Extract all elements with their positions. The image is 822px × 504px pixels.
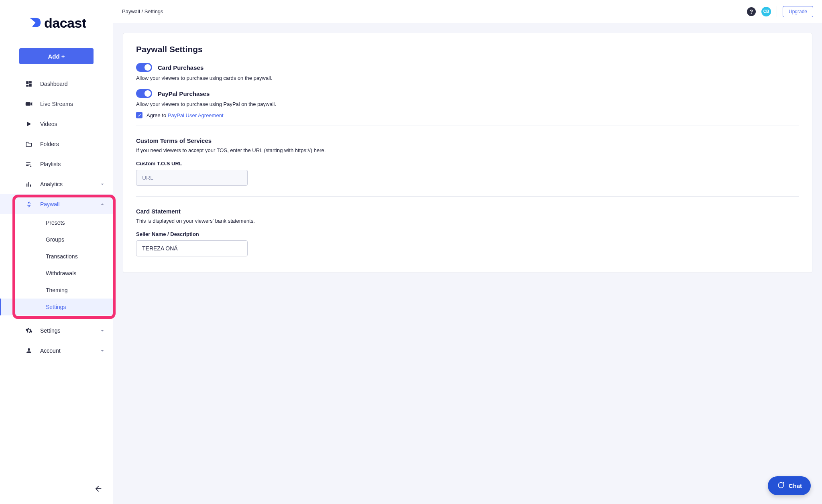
collapse-sidebar-button[interactable] [94,484,103,494]
logo-text: dacast [44,15,86,31]
playlist-icon [25,160,33,168]
sidebar-item-paywall[interactable]: Paywall [0,194,113,214]
divider [136,126,799,126]
sidebar-item-settings[interactable]: Settings [0,321,113,341]
chevron-up-icon [99,201,106,207]
chat-icon [777,481,785,490]
divider [136,196,799,197]
card-purchases-toggle[interactable] [136,63,152,72]
gear-icon [25,327,33,335]
chevron-down-icon [99,327,106,334]
logo-mark-icon [28,16,42,30]
card-purchases-desc: Allow your viewers to purchase using car… [136,75,799,81]
main: Paywall / Settings ? CB Upgrade Paywall … [113,0,822,504]
divider [0,318,113,318]
subnav-presets[interactable]: Presets [0,214,113,231]
paypal-agree-text: Agree to PayPal User Agreement [146,112,224,118]
settings-card: Paywall Settings Card Purchases Allow yo… [123,33,812,273]
tos-title: Custom Terms of Services [136,137,799,144]
video-cam-icon [25,100,33,108]
sidebar-item-folders[interactable]: Folders [0,134,113,154]
paypal-purchases-label: PayPal Purchases [158,90,210,97]
subnav-settings[interactable]: Settings [0,299,113,315]
card-purchases-label: Card Purchases [158,64,203,71]
avatar[interactable]: CB [761,7,771,16]
paywall-subnav: Presets Groups Transactions Withdrawals … [0,214,113,315]
play-icon [25,120,33,128]
sidebar-item-dashboard[interactable]: Dashboard [0,74,113,94]
topbar: Paywall / Settings ? CB Upgrade [113,0,822,23]
dashboard-icon [25,80,33,88]
chat-button[interactable]: Chat [768,476,811,495]
seller-name-input[interactable] [136,240,248,256]
statement-desc: This is displayed on your viewers' bank … [136,218,799,224]
chevron-down-icon [99,181,106,187]
statement-title: Card Statement [136,208,799,215]
tos-desc: If you need viewers to accept your TOS, … [136,147,799,153]
upgrade-button[interactable]: Upgrade [783,6,813,17]
sidebar-item-live-streams[interactable]: Live Streams [0,94,113,114]
content-area: Paywall Settings Card Purchases Allow yo… [113,23,822,504]
subnav-groups[interactable]: Groups [0,231,113,248]
folder-icon [25,140,33,148]
sidebar-item-account[interactable]: Account [0,341,113,361]
subnav-theming[interactable]: Theming [0,282,113,299]
subnav-transactions[interactable]: Transactions [0,248,113,265]
paypal-purchases-desc: Allow your viewers to purchase using Pay… [136,101,799,107]
breadcrumb: Paywall / Settings [122,8,163,14]
sidebar: dacast Add + Dashboard Live Streams [0,0,113,504]
subnav-withdrawals[interactable]: Withdrawals [0,265,113,282]
paypal-user-agreement-link[interactable]: PayPal User Agreement [168,112,224,118]
paypal-purchases-toggle[interactable] [136,89,152,98]
divider [777,6,777,17]
add-button[interactable]: Add + [19,48,94,64]
tos-url-label: Custom T.O.S URL [136,161,799,167]
statement-field-label: Seller Name / Description [136,231,799,237]
logo[interactable]: dacast [0,0,113,40]
help-icon[interactable]: ? [747,7,756,16]
tos-url-input[interactable] [136,170,248,186]
sidebar-item-videos[interactable]: Videos [0,114,113,134]
nav: Dashboard Live Streams Videos Folders [0,70,113,361]
chevron-down-icon [99,348,106,354]
sidebar-item-analytics[interactable]: Analytics [0,174,113,194]
person-icon [25,347,33,355]
bar-chart-icon [25,180,33,188]
paypal-agree-checkbox[interactable] [136,112,142,118]
page-title: Paywall Settings [136,45,799,54]
dollar-icon [25,200,33,208]
sidebar-item-playlists[interactable]: Playlists [0,154,113,174]
